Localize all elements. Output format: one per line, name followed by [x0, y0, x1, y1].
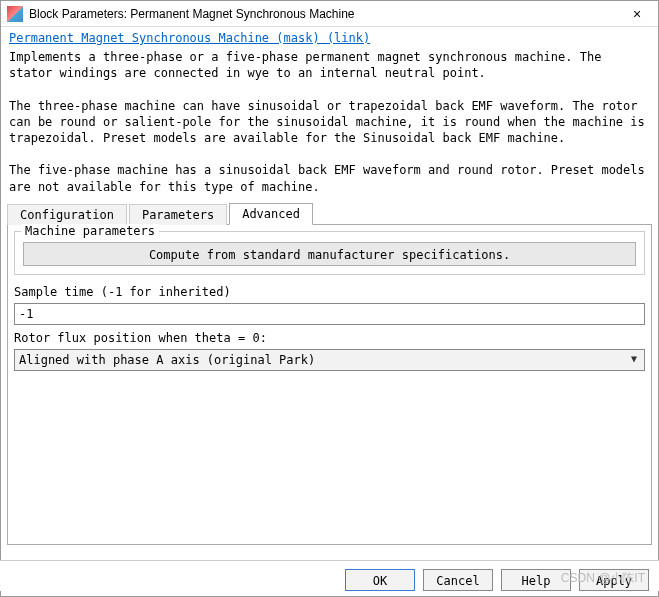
tab-parameters[interactable]: Parameters [129, 204, 227, 225]
rotor-flux-select-wrap: Aligned with phase A axis (original Park… [14, 349, 645, 371]
help-button[interactable]: Help [501, 569, 571, 591]
apply-button[interactable]: Apply [579, 569, 649, 591]
button-bar: OK Cancel Help Apply [0, 560, 659, 591]
app-icon [7, 6, 23, 22]
tab-configuration[interactable]: Configuration [7, 204, 127, 225]
tabs-row: Configuration Parameters Advanced [7, 203, 652, 225]
tab-pane-advanced: Machine parameters Compute from standard… [7, 225, 652, 545]
cancel-button[interactable]: Cancel [423, 569, 493, 591]
rotor-flux-select[interactable]: Aligned with phase A axis (original Park… [14, 349, 645, 371]
machine-parameters-group: Machine parameters Compute from standard… [14, 231, 645, 275]
rotor-flux-label: Rotor flux position when theta = 0: [14, 331, 645, 345]
titlebar: Block Parameters: Permanent Magnet Synch… [1, 1, 658, 27]
tab-advanced[interactable]: Advanced [229, 203, 313, 225]
close-icon[interactable]: × [622, 6, 652, 22]
ok-button[interactable]: OK [345, 569, 415, 591]
block-description: Implements a three-phase or a five-phase… [9, 49, 650, 195]
group-title: Machine parameters [21, 224, 159, 238]
window-title: Block Parameters: Permanent Magnet Synch… [29, 7, 622, 21]
compute-specs-button[interactable]: Compute from standard manufacturer speci… [23, 242, 636, 266]
sample-time-input[interactable] [14, 303, 645, 325]
sample-time-label: Sample time (-1 for inherited) [14, 285, 645, 299]
mask-link[interactable]: Permanent Magnet Synchronous Machine (ma… [9, 31, 650, 45]
